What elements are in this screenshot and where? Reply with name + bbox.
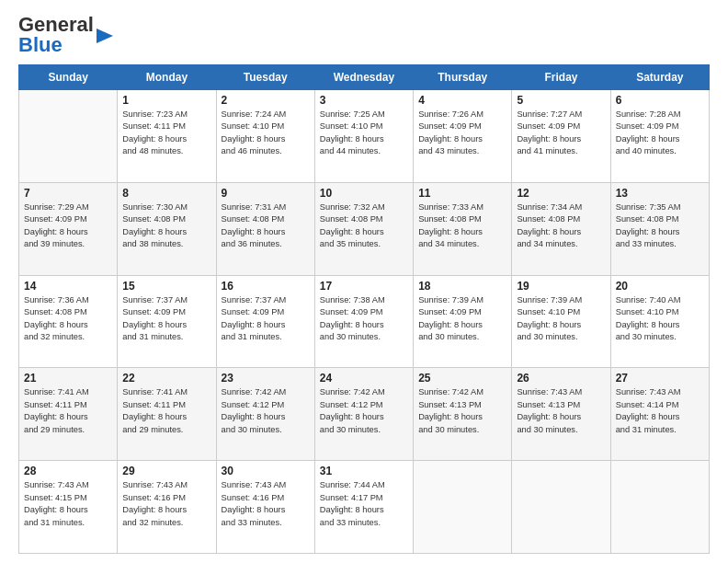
logo-arrow-icon [97,27,113,45]
calendar-cell [414,461,512,554]
day-number: 9 [222,187,310,200]
calendar-cell: 26Sunrise: 7:43 AMSunset: 4:13 PMDayligh… [512,368,610,461]
weekday-header: Thursday [414,65,512,90]
weekday-header: Saturday [610,65,709,90]
calendar-cell: 9Sunrise: 7:31 AMSunset: 4:08 PMDaylight… [216,182,314,275]
day-number: 24 [320,372,408,385]
calendar-cell: 1Sunrise: 7:23 AMSunset: 4:11 PMDaylight… [118,90,216,183]
calendar-cell: 2Sunrise: 7:24 AMSunset: 4:10 PMDaylight… [216,90,314,183]
calendar-cell: 4Sunrise: 7:26 AMSunset: 4:09 PMDaylight… [414,90,512,183]
weekday-header: Monday [118,65,216,90]
day-info: Sunrise: 7:25 AMSunset: 4:10 PMDaylight:… [320,109,408,158]
day-info: Sunrise: 7:31 AMSunset: 4:08 PMDaylight:… [222,201,310,251]
day-number: 22 [122,372,210,385]
calendar-week-row: 28Sunrise: 7:43 AMSunset: 4:15 PMDayligh… [19,461,710,554]
calendar-cell: 5Sunrise: 7:27 AMSunset: 4:09 PMDaylight… [512,90,610,183]
calendar-cell: 28Sunrise: 7:43 AMSunset: 4:15 PMDayligh… [19,461,118,554]
day-info: Sunrise: 7:39 AMSunset: 4:10 PMDaylight:… [517,294,605,344]
day-number: 29 [122,465,210,477]
calendar-cell: 20Sunrise: 7:40 AMSunset: 4:10 PMDayligh… [610,275,709,368]
header: General Blue [18,15,710,55]
day-info: Sunrise: 7:26 AMSunset: 4:09 PMDaylight:… [418,109,506,158]
day-info: Sunrise: 7:37 AMSunset: 4:09 PMDaylight:… [222,294,310,344]
day-info: Sunrise: 7:27 AMSunset: 4:09 PMDaylight:… [517,109,605,158]
day-info: Sunrise: 7:40 AMSunset: 4:10 PMDaylight:… [616,294,704,344]
calendar-cell: 14Sunrise: 7:36 AMSunset: 4:08 PMDayligh… [19,275,118,368]
calendar-cell: 29Sunrise: 7:43 AMSunset: 4:16 PMDayligh… [118,461,216,554]
day-number: 28 [24,465,112,477]
calendar-cell: 21Sunrise: 7:41 AMSunset: 4:11 PMDayligh… [19,368,118,461]
day-number: 23 [222,372,310,385]
day-number: 7 [24,187,112,200]
calendar-week-row: 7Sunrise: 7:29 AMSunset: 4:09 PMDaylight… [19,182,710,275]
day-number: 4 [418,94,506,107]
day-number: 8 [122,187,210,200]
calendar-cell: 27Sunrise: 7:43 AMSunset: 4:14 PMDayligh… [610,368,709,461]
calendar-cell [610,461,709,554]
day-number: 15 [122,280,210,293]
day-number: 13 [616,187,704,200]
day-info: Sunrise: 7:43 AMSunset: 4:15 PMDaylight:… [24,479,112,529]
day-number: 25 [418,372,506,385]
day-info: Sunrise: 7:44 AMSunset: 4:17 PMDaylight:… [320,479,408,529]
day-number: 30 [222,465,310,477]
day-info: Sunrise: 7:43 AMSunset: 4:16 PMDaylight:… [222,479,310,529]
page: General Blue SundayMondayTuesdayWednesda… [0,0,728,563]
day-number: 16 [222,280,310,293]
weekday-header: Tuesday [216,65,314,90]
day-number: 21 [24,372,112,385]
calendar-cell: 11Sunrise: 7:33 AMSunset: 4:08 PMDayligh… [414,182,512,275]
day-info: Sunrise: 7:32 AMSunset: 4:08 PMDaylight:… [320,201,408,251]
calendar-cell: 15Sunrise: 7:37 AMSunset: 4:09 PMDayligh… [118,275,216,368]
day-number: 26 [517,372,605,385]
calendar-cell: 31Sunrise: 7:44 AMSunset: 4:17 PMDayligh… [314,461,413,554]
day-info: Sunrise: 7:43 AMSunset: 4:14 PMDaylight:… [616,386,704,436]
day-number: 12 [517,187,605,200]
day-info: Sunrise: 7:36 AMSunset: 4:08 PMDaylight:… [24,294,112,344]
day-info: Sunrise: 7:41 AMSunset: 4:11 PMDaylight:… [24,386,112,436]
day-number: 3 [320,94,408,107]
svg-marker-0 [97,29,113,43]
calendar-cell [19,90,118,183]
calendar-cell: 18Sunrise: 7:39 AMSunset: 4:09 PMDayligh… [414,275,512,368]
calendar-cell: 22Sunrise: 7:41 AMSunset: 4:11 PMDayligh… [118,368,216,461]
day-info: Sunrise: 7:42 AMSunset: 4:13 PMDaylight:… [418,386,506,436]
calendar-cell: 16Sunrise: 7:37 AMSunset: 4:09 PMDayligh… [216,275,314,368]
calendar-week-row: 21Sunrise: 7:41 AMSunset: 4:11 PMDayligh… [19,368,710,461]
calendar-cell: 19Sunrise: 7:39 AMSunset: 4:10 PMDayligh… [512,275,610,368]
day-number: 2 [222,94,310,107]
day-info: Sunrise: 7:34 AMSunset: 4:08 PMDaylight:… [517,201,605,251]
day-info: Sunrise: 7:24 AMSunset: 4:10 PMDaylight:… [222,109,310,158]
logo: General Blue [18,15,113,55]
calendar-header-row: SundayMondayTuesdayWednesdayThursdayFrid… [19,65,710,90]
calendar-cell: 7Sunrise: 7:29 AMSunset: 4:09 PMDaylight… [19,182,118,275]
calendar-cell: 3Sunrise: 7:25 AMSunset: 4:10 PMDaylight… [314,90,413,183]
weekday-header: Sunday [19,65,118,90]
calendar-cell: 8Sunrise: 7:30 AMSunset: 4:08 PMDaylight… [118,182,216,275]
calendar-cell: 17Sunrise: 7:38 AMSunset: 4:09 PMDayligh… [314,275,413,368]
calendar-cell: 13Sunrise: 7:35 AMSunset: 4:08 PMDayligh… [610,182,709,275]
day-number: 11 [418,187,506,200]
day-number: 17 [320,280,408,293]
day-number: 20 [616,280,704,293]
day-number: 18 [418,280,506,293]
day-number: 6 [616,94,704,107]
day-info: Sunrise: 7:37 AMSunset: 4:09 PMDaylight:… [122,294,210,344]
day-number: 27 [616,372,704,385]
day-info: Sunrise: 7:43 AMSunset: 4:13 PMDaylight:… [517,386,605,436]
day-info: Sunrise: 7:23 AMSunset: 4:11 PMDaylight:… [122,109,210,158]
calendar-week-row: 1Sunrise: 7:23 AMSunset: 4:11 PMDaylight… [19,90,710,183]
day-info: Sunrise: 7:41 AMSunset: 4:11 PMDaylight:… [122,386,210,436]
day-number: 14 [24,280,112,293]
day-number: 31 [320,465,408,477]
calendar-cell: 6Sunrise: 7:28 AMSunset: 4:09 PMDaylight… [610,90,709,183]
calendar-week-row: 14Sunrise: 7:36 AMSunset: 4:08 PMDayligh… [19,275,710,368]
calendar-cell: 24Sunrise: 7:42 AMSunset: 4:12 PMDayligh… [314,368,413,461]
day-number: 5 [517,94,605,107]
logo-blue: Blue [18,33,63,56]
calendar-cell [512,461,610,554]
day-info: Sunrise: 7:33 AMSunset: 4:08 PMDaylight:… [418,201,506,251]
calendar-cell: 25Sunrise: 7:42 AMSunset: 4:13 PMDayligh… [414,368,512,461]
day-info: Sunrise: 7:43 AMSunset: 4:16 PMDaylight:… [122,479,210,529]
day-info: Sunrise: 7:29 AMSunset: 4:09 PMDaylight:… [24,201,112,251]
